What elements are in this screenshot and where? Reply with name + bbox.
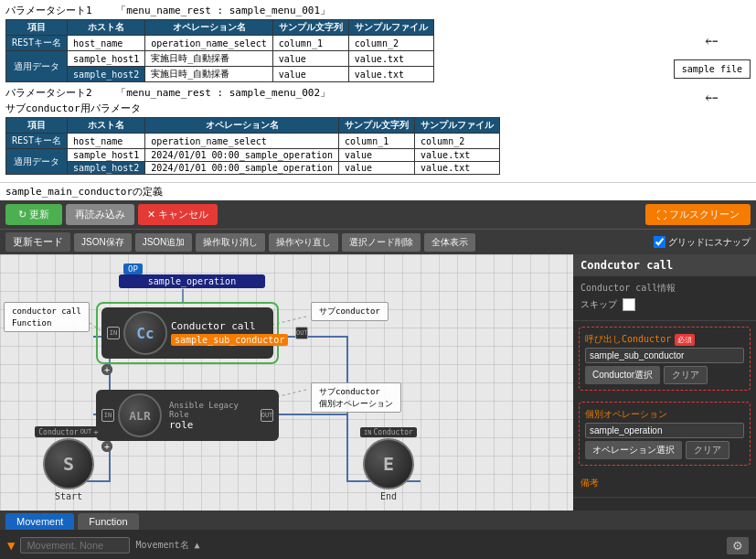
skip-row: スキップ [580, 298, 749, 311]
gear-button[interactable]: ⚙ [727, 537, 749, 554]
sheet1-title-text: パラメータシート1 [5, 5, 92, 16]
tab-movement[interactable]: Movement [5, 513, 74, 530]
sh1-r0c1: host_name [68, 36, 145, 51]
json-save-button[interactable]: JSON保存 [74, 233, 132, 252]
reload-label: 再読み込み [75, 208, 125, 221]
call-conductor-label-text: 呼び出しConductor [585, 333, 671, 346]
start-circle: S [43, 438, 94, 489]
tab-function[interactable]: Function [78, 513, 138, 530]
callout-conductor-function: conductor call Function [4, 302, 90, 332]
remarks-label: 備考 [580, 477, 749, 489]
callout1-line1: conductor call [12, 306, 81, 317]
bottom-area: Movement Function ▼ Movement名 ▲ ⚙ [0, 511, 756, 559]
start-label: Start [55, 491, 82, 501]
movement-filter-input[interactable] [20, 537, 130, 554]
mode-label: 更新モード [13, 236, 63, 248]
operation-input[interactable] [585, 423, 744, 438]
show-all-button[interactable]: 全体表示 [424, 233, 475, 252]
undo-button[interactable]: 操作取り消し [196, 233, 265, 252]
sheet1-row1: 適用データ sample_host1 実施日時_自動採番 value value… [6, 51, 434, 67]
alr-title: Ansible Legacy Role [169, 401, 250, 419]
cc-port-out[interactable]: OUT [295, 327, 308, 339]
bottom-content: ▼ Movement名 ▲ ⚙ [0, 530, 756, 559]
conductor-clear-label: クリア [672, 370, 699, 380]
sheet1-menu: 「menu_name_rest : sample_menu_001」 [116, 5, 330, 16]
json-add-button[interactable]: JSON追加 [135, 233, 193, 252]
sheet2-menu: 「menu_name_rest : sample_menu_002」 [116, 87, 330, 99]
sh2-h2: オペレーション名 [145, 118, 339, 134]
end-node[interactable]: IN Conductor E End [347, 427, 430, 501]
operation-label: 個別オペレーション [585, 408, 744, 421]
skip-checkbox[interactable] [623, 298, 635, 311]
sh1-r0c2: operation_name_select [145, 36, 272, 51]
conductor-select-label: Conductor選択 [592, 370, 653, 380]
side-panel: Condcutor call Conductor call情報 スキップ 呼び出… [573, 254, 756, 511]
sh1-r2c2: 実施日時_自動採番 [145, 67, 272, 82]
sh1-r0c3: column_1 [272, 36, 348, 51]
conductor-select-button[interactable]: Conductor選択 [585, 366, 660, 384]
call-conductor-label: 呼び出しConductor 必須 [585, 333, 744, 346]
start-node[interactable]: Conductor OUT + S Start [27, 426, 110, 501]
arrow1: ⤌ [705, 31, 719, 50]
cc-sub: sample_sub_conductor [171, 334, 288, 346]
alr-port-out[interactable]: OUT [261, 409, 273, 422]
sh1-h1: ホスト名 [68, 20, 145, 36]
cc-inner: IN Cc Conductor call sample_sub_conducto… [101, 307, 273, 359]
sheet2-subtitle: サブconductor用パラメータ [5, 102, 666, 115]
alr-inner: IN ALR Ansible Legacy Role role OUT [96, 390, 279, 441]
update-label: 更新 [29, 208, 49, 221]
sh2-r0c3: column_1 [339, 134, 415, 149]
sh1-h2: オペレーション名 [145, 20, 272, 36]
sheet1-table: 項目 ホスト名 オペレーション名 サンプル文字列 サンプルファイル RESTキー… [5, 19, 434, 82]
skip-label: スキップ [580, 298, 617, 311]
callout-sub-operation: サブconductor 個別オペレーション [311, 382, 401, 413]
tab-function-label: Function [89, 516, 127, 527]
call-conductor-input[interactable] [585, 348, 744, 363]
sh2-r1c2: 2024/01/01 00:00_sample_operation [145, 149, 339, 162]
sh1-r2c3: value [272, 67, 348, 82]
conductor-clear-button[interactable]: クリア [664, 366, 708, 384]
op-badge: OP [123, 263, 143, 274]
cc-node[interactable]: IN Cc Conductor call sample_sub_conducto… [96, 302, 279, 364]
sh1-r0c0: RESTキー名 [6, 36, 68, 51]
redo-button[interactable]: 操作やり直し [269, 233, 338, 252]
tab-movement-label: Movement [16, 516, 63, 527]
sheet2-row1: 適用データ sample_host1 2024/01/01 00:00_samp… [6, 149, 500, 162]
sh2-r1c3: value [339, 149, 415, 162]
snap-checkbox[interactable] [654, 236, 665, 248]
cc-port-in[interactable]: IN [107, 327, 120, 339]
tables-left: パラメータシート1 「menu_name_rest : sample_menu_… [5, 4, 666, 178]
operation-select-button[interactable]: オペレーション選択 [585, 441, 682, 459]
reload-button[interactable]: 再読み込み [66, 204, 134, 225]
cc-title: Conductor call [171, 320, 288, 332]
sheet1-row0: RESTキー名 host_name operation_name_select … [6, 36, 434, 51]
alr-node[interactable]: IN ALR Ansible Legacy Role role OUT + + [96, 390, 279, 441]
fullscreen-button[interactable]: ⛶ フルスクリーン [645, 204, 751, 225]
delete-selected-button[interactable]: 選択ノード削除 [342, 233, 421, 252]
sh2-r0c1: host_name [68, 134, 145, 149]
undo-label: 操作取り消し [203, 237, 258, 247]
op-node[interactable]: OP sample_operation [119, 263, 265, 288]
update-button[interactable]: ↻ 更新 [5, 204, 62, 225]
cc-plus-out[interactable]: + [101, 364, 112, 375]
canvas-area[interactable]: OP sample_operation IN Cc Conductor call… [0, 254, 573, 511]
sh1-r2c1: sample_host2 [68, 67, 145, 82]
panel-info-section: Conductor call情報 スキップ [573, 276, 756, 321]
sheet2-title: パラメータシート2 「menu_name_rest : sample_menu_… [5, 86, 666, 100]
bottom-tabs: Movement Function [0, 511, 756, 530]
panel-header: Condcutor call [573, 254, 756, 276]
callout3-line1: サブconductor [319, 386, 393, 398]
sheet2-row2: sample_host2 2024/01/01 00:00_sample_ope… [6, 162, 500, 175]
start-badge-text: Conductor [38, 428, 78, 436]
op-label: sample_operation [119, 274, 265, 288]
sh2-h0: 項目 [6, 118, 68, 134]
alr-port-in[interactable]: IN [101, 409, 114, 422]
panel-info-title: Conductor call情報 [580, 282, 749, 295]
sh1-r1c0: 適用データ [6, 51, 68, 82]
cancel-button[interactable]: ✕ キャンセル [138, 204, 218, 225]
sh1-r1c3: value [272, 51, 348, 67]
operation-clear-button[interactable]: クリア [686, 441, 729, 459]
callout3-line2: 個別オペレーション [319, 398, 393, 410]
operation-section: 個別オペレーション オペレーション選択 クリア [579, 402, 751, 466]
sh1-h4: サンプルファイル [348, 20, 433, 36]
